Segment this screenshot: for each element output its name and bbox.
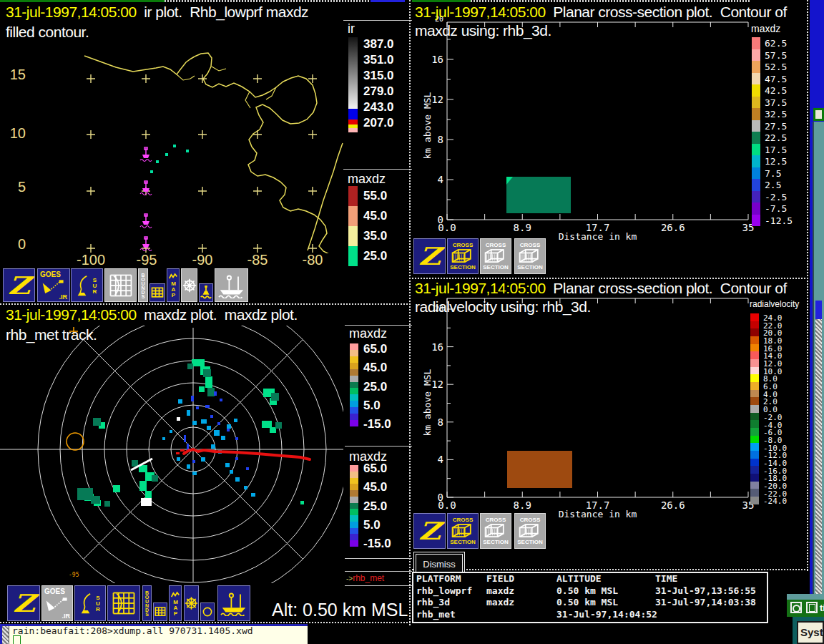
lon-tick-label: -80	[291, 252, 334, 268]
maxdz-colorbar-ir-panel: maxdz55.045.035.025.0	[346, 172, 412, 272]
z-logo-xs-top-button[interactable]: Z	[413, 238, 446, 274]
colorbar-separator	[343, 169, 412, 170]
terminal-cursor	[13, 635, 21, 644]
side-window-panel: Syste	[797, 621, 824, 644]
colorbar-separator	[345, 325, 412, 326]
legend-box-top	[345, 571, 412, 572]
central-america-map	[0, 42, 343, 253]
cross-section-bottom-3-button[interactable]: CROSSSECTION	[514, 513, 546, 549]
map-button[interactable]: MAP	[167, 268, 180, 302]
maxdz-colorbar-cross-section: maxdz62.557.552.547.542.537.532.527.522.…	[750, 23, 810, 238]
radialvelocity-colorbar: radialvelocity24.022.020.018.016.014.012…	[748, 299, 810, 514]
buoy-button[interactable]	[199, 283, 213, 302]
ir-panel-subtitle: filled contour.	[6, 24, 89, 41]
cross-section-bottom-2-button[interactable]: CROSSSECTION	[480, 513, 511, 549]
window-menu-button[interactable]	[790, 602, 802, 613]
document-icon	[809, 604, 815, 612]
radar-grid-button[interactable]	[107, 585, 140, 621]
z-logo-button[interactable]: Z	[7, 585, 40, 621]
radar-range-label: -95	[69, 572, 79, 578]
xs-top-timestamp: 31-jul-1997,14:05:00	[415, 4, 546, 20]
z-logo-xs-bottom-button[interactable]: Z	[413, 513, 446, 549]
top-strip-dots-right	[471, 0, 750, 2]
lon-tick-label: -85	[236, 252, 279, 268]
map-button[interactable]: MAP	[169, 585, 182, 621]
right-edge-divider	[807, 0, 808, 571]
side-window-body: Syste	[793, 617, 824, 644]
terminal-prompt-line: rain:beaufait:208>xdump.all 970731.1405.…	[12, 625, 253, 636]
xs-bottom-subtitle: radialvelocity using: rhb_3d.	[415, 298, 591, 316]
lon-tick-label: -100	[69, 252, 112, 268]
y-tick-label: 16	[413, 54, 443, 65]
xs-bottom-timestamp: 31-jul-1997,14:05:00	[415, 280, 546, 296]
y-axis-label: km above MSL	[422, 353, 433, 453]
goes-ir-button[interactable]: GOES.IR	[37, 268, 70, 302]
top-strip-green-right	[412, 0, 471, 2]
legend-box-bottom	[345, 585, 412, 586]
xs-top-subtitle: maxdz using: rhb_3d.	[415, 22, 551, 39]
radar-panel-title: 31-jul-1997,14:05:00 maxdz plot. maxdz p…	[6, 306, 298, 323]
side-scrollbar-thumb[interactable]	[815, 319, 822, 621]
left-bottom-divider	[0, 622, 411, 623]
bounds-button[interactable]: BOUNDS	[142, 585, 152, 621]
x-tick-label: 8.9	[501, 499, 544, 511]
platform-status-table: PLATFORMFIELDALTITUDETIMErhb_lowprfmaxdz…	[416, 573, 770, 620]
bounds-button[interactable]: BOUNDS	[138, 268, 148, 302]
window-doc-button[interactable]	[806, 602, 818, 613]
x-tick-label: 0.0	[426, 499, 469, 511]
side-scrollbar-top-cap[interactable]	[815, 301, 822, 319]
x-tick-label: 26.6	[652, 222, 695, 233]
ir-colorbar: ir387.0351.0315.0279.0243.0207.0	[346, 21, 412, 165]
goes-ir-button[interactable]: GOES.IR	[41, 585, 73, 621]
grid-small-button[interactable]	[149, 283, 165, 302]
xterm-window[interactable]: rain:beaufait:208>xdump.all 970731.1405.…	[0, 624, 308, 644]
y-axis-label: km above MSL	[422, 76, 433, 176]
cross-section-top-1-button[interactable]: CROSSSECTION	[447, 238, 479, 274]
z-logo-button[interactable]: Z	[3, 268, 35, 302]
side-window-titlebar[interactable]: ti	[787, 600, 824, 617]
top-strip-green-left	[0, 0, 165, 2]
radar-panel-timestamp: 31-jul-1997,14:05:00	[6, 306, 137, 323]
ring-button[interactable]	[200, 602, 215, 621]
lon-tick-label: -90	[181, 252, 224, 268]
top-strip-blue	[371, 0, 405, 2]
left-panel-divider	[0, 303, 411, 305]
radar-ppi-display	[0, 326, 343, 583]
sur-radar-button[interactable]: SUR	[71, 268, 103, 302]
lat-tick-label: 5	[1, 179, 26, 195]
wheel-button[interactable]	[181, 268, 197, 302]
x-tick-label: 26.6	[652, 499, 695, 511]
ship-button[interactable]	[215, 268, 248, 302]
grid-small-button[interactable]	[153, 602, 167, 621]
x-tick-label: 8.9	[501, 222, 544, 233]
wheel-button[interactable]	[184, 585, 199, 621]
ir-panel-timestamp: 31-jul-1997,14:05:00	[6, 4, 137, 20]
track-arrow: ->	[346, 575, 353, 582]
radar-panel-subtitle: rhb_met track.	[6, 326, 97, 343]
xs-bottom-title: 31-jul-1997,14:05:00 Planar cross-sectio…	[415, 280, 787, 297]
maxdz-colorbar-radar-1: maxdz65.045.025.05.0-15.0	[348, 326, 412, 441]
side-window-strip	[787, 594, 824, 600]
legend-separator	[345, 558, 412, 559]
altitude-readout: Alt: 0.50 km MSL	[272, 600, 408, 620]
lat-tick-label: 10	[1, 125, 26, 142]
cross-section-bottom-1-button[interactable]: CROSSSECTION	[447, 513, 479, 549]
ship-button[interactable]	[217, 585, 250, 621]
radar-grid-button[interactable]	[104, 268, 137, 302]
terminal-left-edge	[0, 624, 2, 644]
x-axis-label: Distance in km	[555, 231, 641, 242]
top-strip-dots-left	[165, 0, 371, 2]
sur-radar-button[interactable]: SUR	[74, 585, 106, 621]
cross-section-top-2-button[interactable]: CROSSSECTION	[480, 238, 511, 274]
y-tick-label: 16	[413, 341, 443, 353]
cross-section-top-3-button[interactable]: CROSSSECTION	[514, 238, 546, 274]
lat-tick-label: 15	[1, 67, 26, 83]
ir-panel-title: 31-jul-1997,14:05:00 ir plot. Rhb_lowprf…	[6, 4, 308, 21]
right-bottom-divider	[412, 569, 808, 570]
y-tick-label: 4	[413, 454, 443, 465]
track-legend: ->rhb_met	[346, 573, 384, 583]
side-widget-green[interactable]	[813, 108, 824, 121]
x-axis-label: Distance in km	[555, 509, 641, 519]
side-window-title: ti	[820, 602, 824, 613]
xs-top-title: 31-jul-1997,14:05:00 Planar cross-sectio…	[415, 4, 787, 21]
